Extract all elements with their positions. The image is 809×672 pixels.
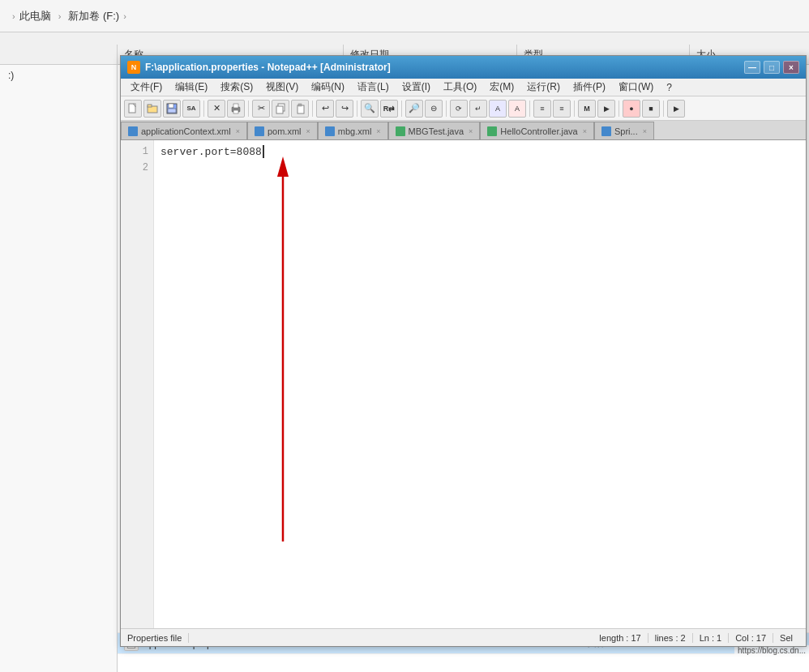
menu-run[interactable]: 运行(R) [520,79,567,96]
tab-close-mbgxml[interactable]: × [376,127,380,135]
toolbar-undo-btn[interactable]: ↩ [316,100,334,118]
menu-tools[interactable]: 工具(O) [437,79,483,96]
svg-rect-7 [233,104,238,108]
line-numbers: 1 2 [126,140,154,628]
tab-close-pomxml[interactable]: × [306,127,310,135]
tab-pomxml[interactable]: pom.xml × [247,122,318,139]
tab-close-mbgtest[interactable]: × [469,127,473,135]
status-sel: Sel [780,633,799,643]
tab-icon-mbgtest [396,126,405,136]
toolbar-btn-c1[interactable]: M [578,100,596,118]
status-ln-label: Ln : 1 [700,633,722,643]
npp-app-icon: N [127,61,140,74]
npp-tabbar: applicationContext.xml × pom.xml × mbg.x… [121,121,806,140]
toolbar-close-btn[interactable]: ✕ [208,100,225,118]
toolbar-btn-macro[interactable]: ▶ [597,100,615,118]
tab-icon-pomxml [255,126,264,136]
svg-rect-4 [169,104,173,108]
toolbar-btn-b2[interactable]: ≡ [553,100,571,118]
toolbar-redo-btn[interactable]: ↪ [336,100,353,118]
code-area[interactable]: server.port=8088 [154,140,806,628]
toolbar-btn-record[interactable]: ● [623,100,640,118]
status-length-label: length : 17 [599,633,640,643]
npp-window-controls[interactable]: — □ × [744,61,799,74]
toolbar-btn-b1[interactable]: ≡ [533,100,551,118]
toolbar-saveall-btn[interactable]: SA [182,100,200,118]
menu-plugins[interactable]: 插件(P) [567,79,612,96]
toolbar-btn-stop[interactable]: ■ [642,100,660,118]
notepadpp-window: N F:\application.properties - Notepad++ … [120,55,807,647]
toolbar-open-btn[interactable] [143,100,161,118]
menu-lang[interactable]: 语言(L) [351,79,396,96]
tab-hellocontroller[interactable]: HelloController.java × [480,122,594,139]
npp-title: F:\application.properties - Notepad++ [A… [145,62,391,73]
tab-close-applicationcontext[interactable]: × [236,127,240,135]
toolbar-cut-btn[interactable]: ✂ [252,100,270,118]
toolbar-print-btn[interactable] [227,100,245,118]
breadcrumb-item-computer[interactable]: 此电脑 [19,9,51,24]
code-content-1: server.port=8088 [161,146,262,158]
npp-minimize-btn[interactable]: — [744,61,760,74]
toolbar-btn-a1[interactable]: A [489,100,507,118]
tab-icon-hellocontroller [487,126,497,136]
status-length: length : 17 [599,633,648,643]
menu-settings[interactable]: 设置(I) [396,79,437,96]
toolbar-new-btn[interactable] [124,100,142,118]
toolbar-btn-a2[interactable]: A [508,100,526,118]
npp-maximize-btn[interactable]: □ [764,61,780,74]
toolbar-paste-btn[interactable] [291,100,309,118]
svg-rect-5 [168,109,176,113]
tab-mbgxml[interactable]: mbg.xml × [318,122,388,139]
toolbar-sep2 [248,101,249,117]
tab-spri[interactable]: Spri... × [594,122,654,139]
breadcrumb-sep1: › [58,11,62,21]
tab-close-hellocontroller[interactable]: × [583,127,587,135]
npp-titlebar: N F:\application.properties - Notepad++ … [121,56,806,79]
svg-rect-8 [233,110,238,113]
status-sel-label: Sel [780,633,793,643]
status-col-label: Col : 17 [735,633,766,643]
menu-view[interactable]: 视图(V) [259,79,305,96]
menu-edit[interactable]: 编辑(E) [169,79,214,96]
toolbar-copy-btn[interactable] [272,100,289,118]
toolbar-sep4 [357,101,357,117]
toolbar-btn-zoomout[interactable]: ⊖ [425,100,443,118]
toolbar-btn-sync[interactable]: ⟳ [450,100,468,118]
menu-file[interactable]: 文件(F) [124,79,169,96]
menu-encode[interactable]: 编码(N) [305,79,351,96]
left-panel-item[interactable]: :) [0,65,117,86]
code-line-1: server.port=8088 [161,143,799,160]
npp-close-btn[interactable]: × [783,61,799,74]
npp-menubar: 文件(F) 编辑(E) 搜索(S) 视图(V) 编码(N) 语言(L) 设置(I… [121,79,806,96]
breadcrumb-item-drive[interactable]: 新加卷 (F:) [68,9,119,24]
menu-help[interactable]: ? [660,79,678,96]
npp-toolbar: SA ✕ ✂ ↩ ↪ 🔍 [121,96,806,121]
svg-rect-12 [298,104,302,106]
svg-rect-10 [276,106,283,113]
status-filetype: Properties file [127,633,189,643]
svg-marker-14 [277,156,289,177]
menu-search[interactable]: 搜索(S) [214,79,259,96]
breadcrumb-sep2: › [123,11,126,21]
col-header-empty [0,45,118,64]
toolbar-sep10 [663,101,664,117]
toolbar-btn-wrap[interactable]: ↵ [469,100,487,118]
menu-macro[interactable]: 宏(M) [483,79,520,96]
tab-mbgtest[interactable]: MBGTest.java × [388,122,481,139]
toolbar-save-btn[interactable] [163,100,181,118]
status-lines: lines : 2 [655,633,693,643]
toolbar-find-btn[interactable]: 🔍 [361,100,379,118]
npp-titlebar-left: N F:\application.properties - Notepad++ … [127,61,391,74]
menu-window[interactable]: 窗口(W) [612,79,660,96]
tab-icon-applicationcontext [128,126,138,136]
toolbar-sep7 [529,101,530,117]
toolbar-sep1 [203,101,204,117]
toolbar-sep9 [619,101,619,117]
red-arrow-annotation [275,152,291,550]
tab-applicationcontext[interactable]: applicationContext.xml × [121,122,247,139]
status-lines-label: lines : 2 [655,633,686,643]
tab-close-spri[interactable]: × [643,127,647,135]
toolbar-btn-zoomin[interactable]: 🔎 [405,100,423,118]
toolbar-replace-btn[interactable]: R⇄ [380,100,398,118]
toolbar-btn-run[interactable]: ▶ [667,100,685,118]
